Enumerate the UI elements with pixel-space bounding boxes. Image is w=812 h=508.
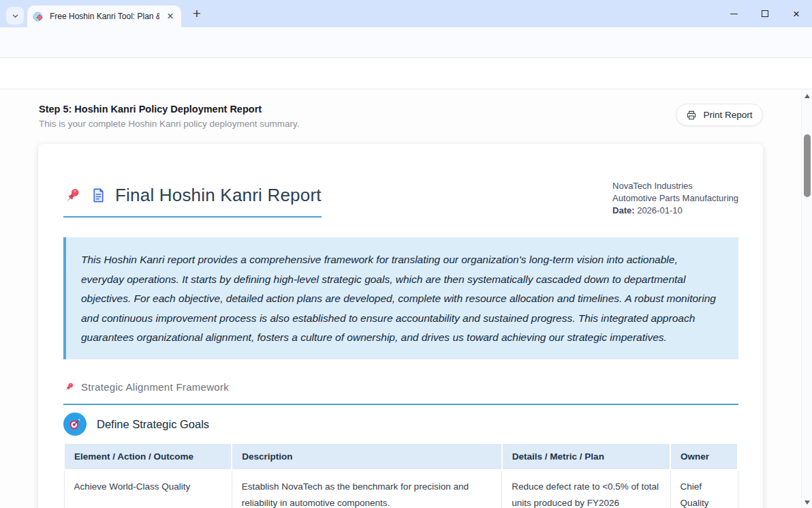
window-controls: × [718, 0, 812, 27]
table-row: Achieve World-Class Quality Establish No… [64, 470, 738, 508]
cell-description: Establish NovaTech as the benchmark for … [232, 470, 502, 508]
printer-icon [686, 110, 697, 121]
cell-element: Achieve World-Class Quality [64, 470, 232, 508]
col-description: Description [232, 443, 502, 470]
pushpin-icon [63, 186, 82, 205]
print-report-label: Print Report [703, 110, 752, 120]
date-label: Date: [612, 205, 635, 215]
browser-titlebar: Free Hoshin Kanri Tool: Plan & E × + × [0, 0, 812, 27]
tab-close-icon[interactable]: × [165, 11, 176, 22]
chevron-down-icon [11, 12, 20, 20]
new-tab-button[interactable]: + [189, 6, 204, 21]
tab-search-button[interactable] [6, 7, 24, 25]
report-date: Date: 2026-01-10 [612, 205, 738, 217]
report-info-block: NovaTech Industries Automotive Parts Man… [612, 180, 738, 217]
industry-name: Automotive Parts Manufacturing [612, 192, 738, 205]
strategic-goals-table: Element / Action / Outcome Description D… [63, 443, 738, 508]
report-summary-box: This Hoshin Kanri report provides a comp… [63, 237, 738, 359]
window-maximize-icon[interactable] [749, 0, 781, 27]
scroll-down-arrow-icon[interactable] [805, 500, 810, 505]
site-favicon-icon [33, 11, 44, 23]
browser-toolbar: ai-toolbox.visual-paradigm.com/app/hoshi… [0, 27, 812, 58]
company-name: NovaTech Industries [612, 180, 738, 192]
col-owner: Owner [670, 443, 738, 470]
target-icon [63, 413, 87, 436]
app-header: Hoshin Kanri Policy Deployment Powered b… [0, 58, 812, 89]
cell-details: Reduce defect rate to <0.5% of total uni… [502, 470, 670, 508]
page-content: Step 5: Hoshin Kanri Policy Deployment R… [0, 89, 812, 508]
document-icon [91, 188, 106, 203]
report-title-row: Final Hoshin Kanri Report [63, 185, 322, 218]
browser-tab[interactable]: Free Hoshin Kanri Tool: Plan & E × [27, 5, 181, 27]
page-scrollbar[interactable] [801, 89, 812, 508]
table-header-row: Element / Action / Outcome Description D… [64, 443, 738, 470]
date-value: 2026-01-10 [637, 205, 683, 215]
section-title: Strategic Alignment Framework [81, 381, 229, 393]
window-close-icon[interactable]: × [781, 0, 812, 27]
print-report-button[interactable]: Print Report [676, 104, 763, 126]
subsection-heading-row: Define Strategic Goals [63, 413, 209, 436]
scroll-up-arrow-icon[interactable] [805, 94, 810, 98]
step-subtitle: This is your complete Hoshin Kanri polic… [39, 119, 299, 129]
tab-title: Free Hoshin Kanri Tool: Plan & E [50, 12, 159, 21]
window-minimize-icon[interactable] [718, 0, 749, 27]
cell-owner: Chief Quality Officer [670, 470, 738, 508]
report-title: Final Hoshin Kanri Report [115, 185, 322, 206]
pushpin-icon [63, 381, 75, 393]
scrollbar-thumb[interactable] [804, 134, 811, 197]
subsection-title: Define Strategic Goals [97, 418, 209, 431]
step-title: Step 5: Hoshin Kanri Policy Deployment R… [39, 104, 262, 115]
section-heading-row: Strategic Alignment Framework [63, 381, 738, 405]
report-card: Final Hoshin Kanri Report NovaTech Indus… [38, 144, 763, 508]
col-element: Element / Action / Outcome [64, 443, 232, 470]
col-details: Details / Metric / Plan [502, 443, 670, 470]
